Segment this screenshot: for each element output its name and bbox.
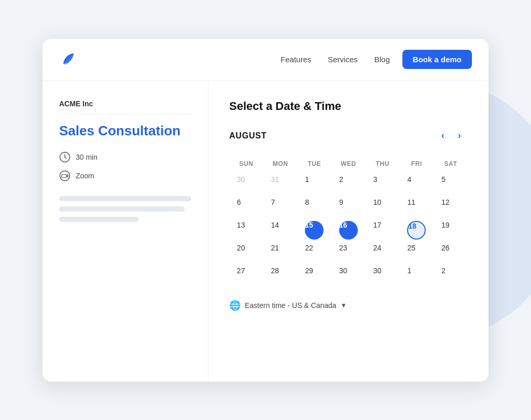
cal-day[interactable]: 26 [441, 244, 460, 262]
cal-day: 30 [237, 175, 256, 194]
cal-day[interactable]: 11 [407, 198, 426, 217]
timezone-label: Eastern time - US & Canada [245, 301, 337, 310]
service-title: Sales Consultation [59, 123, 191, 139]
cal-day[interactable]: 2 [441, 267, 460, 285]
right-panel: Select a Date & Time AUGUST ‹ › SUN MON … [208, 81, 488, 382]
cal-day[interactable]: 30 [339, 267, 358, 285]
calendar-header: AUGUST ‹ › [229, 128, 468, 144]
content-area: ACME Inc Sales Consultation 30 min [43, 81, 488, 382]
calendar-grid: SUN MON TUE WED THU FRI SAT 30 31 1 2 3 … [229, 155, 468, 287]
nav-bar: Features Services Blog Book a demo [43, 39, 488, 81]
weekday-thu: THU [366, 155, 400, 173]
duration-row: 30 min [59, 151, 191, 163]
cal-day[interactable]: 1 [407, 267, 426, 285]
cal-day-18[interactable]: 18 [407, 221, 426, 240]
week-row-4: 20 21 22 23 24 25 26 [229, 242, 468, 264]
cal-day[interactable]: 22 [305, 244, 324, 262]
cal-day[interactable]: 4 [407, 175, 426, 194]
cal-day[interactable]: 10 [373, 198, 392, 217]
cal-day[interactable]: 9 [339, 198, 358, 217]
week-row-1: 30 31 1 2 3 4 5 [229, 173, 468, 196]
cal-day[interactable]: 3 [373, 175, 392, 194]
cal-day[interactable]: 6 [237, 198, 256, 217]
cal-day[interactable]: 2 [339, 175, 358, 194]
timezone-selector[interactable]: 🌐 Eastern time - US & Canada ▼ [229, 300, 468, 311]
cal-day[interactable]: 19 [441, 221, 460, 240]
skeleton-bar-2 [59, 206, 185, 212]
month-label: AUGUST [229, 131, 435, 141]
weekday-headers: SUN MON TUE WED THU FRI SAT [229, 155, 468, 173]
zoom-icon [59, 170, 71, 181]
weekday-mon: MON [263, 155, 298, 173]
cal-day[interactable]: 20 [237, 244, 256, 262]
week-row-3: 13 14 15 16 17 18 19 [229, 219, 468, 242]
weekday-wed: WED [331, 155, 366, 173]
clock-icon [59, 151, 71, 163]
nav-link-blog[interactable]: Blog [374, 55, 390, 64]
cal-day[interactable]: 14 [271, 221, 290, 240]
meeting-tool-text: Zoom [76, 172, 94, 180]
week-row-5: 27 28 29 30 30 1 2 [229, 264, 468, 287]
company-name: ACME Inc [59, 100, 191, 108]
globe-icon: 🌐 [229, 300, 241, 311]
weekday-tue: TUE [297, 155, 331, 173]
logo[interactable] [59, 49, 78, 70]
cal-day[interactable]: 8 [305, 198, 324, 217]
cal-day[interactable]: 28 [271, 267, 290, 285]
svg-point-1 [60, 171, 70, 180]
cal-day[interactable]: 7 [271, 198, 290, 217]
section-title: Select a Date & Time [229, 100, 468, 113]
main-card: Features Services Blog Book a demo ACME … [43, 39, 488, 382]
cal-day[interactable]: 27 [237, 267, 256, 285]
nav-link-features[interactable]: Features [281, 55, 311, 64]
cal-day[interactable]: 24 [373, 244, 392, 262]
cal-day-15[interactable]: 15 [305, 221, 324, 240]
book-demo-button[interactable]: Book a demo [402, 50, 472, 69]
weekday-sat: SAT [434, 155, 468, 173]
skeleton-bar-3 [59, 217, 138, 222]
cal-day: 31 [271, 175, 290, 194]
cal-day[interactable]: 25 [407, 244, 426, 262]
meeting-tool-row: Zoom [59, 170, 191, 181]
cal-day[interactable]: 13 [237, 221, 256, 240]
prev-month-button[interactable]: ‹ [435, 128, 451, 144]
cal-day[interactable]: 1 [305, 175, 324, 194]
skeleton-bar-1 [59, 196, 191, 201]
nav-links: Features Services Blog [281, 55, 390, 64]
divider [59, 114, 191, 115]
cal-day[interactable]: 21 [271, 244, 290, 262]
cal-day[interactable]: 17 [373, 221, 392, 240]
nav-link-services[interactable]: Services [328, 55, 358, 64]
cal-day[interactable]: 29 [305, 267, 324, 285]
weekday-sun: SUN [229, 155, 263, 173]
skeleton-bars [59, 196, 191, 222]
left-panel: ACME Inc Sales Consultation 30 min [43, 81, 208, 382]
cal-day[interactable]: 5 [441, 175, 460, 194]
week-row-2: 6 7 8 9 10 11 12 [229, 196, 468, 219]
cal-day-16[interactable]: 16 [339, 221, 358, 240]
chevron-down-icon: ▼ [341, 302, 347, 309]
cal-day[interactable]: 12 [441, 198, 460, 217]
duration-text: 30 min [76, 153, 97, 161]
cal-day[interactable]: 30 [373, 267, 392, 285]
cal-day[interactable]: 23 [339, 244, 358, 262]
next-month-button[interactable]: › [451, 128, 468, 144]
weekday-fri: FRI [400, 155, 434, 173]
